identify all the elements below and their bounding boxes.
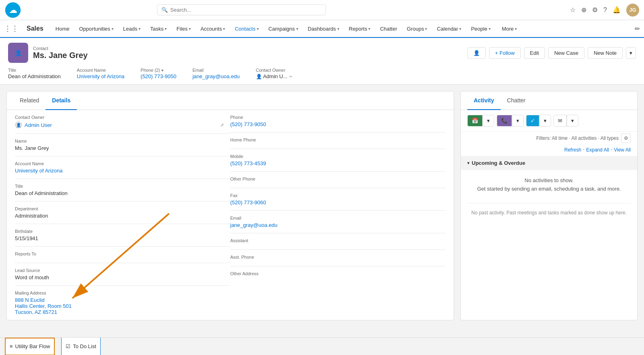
lookup-icon[interactable]: ⇗ (220, 122, 224, 128)
log-call-button[interactable]: 📞 (497, 115, 512, 126)
new-event-group: 📅 ▾ (467, 115, 494, 127)
header-account-field: Account Name University of Arizona (77, 68, 125, 79)
search-input[interactable] (170, 7, 322, 13)
favorites-icon[interactable]: ☆ (570, 6, 576, 14)
record-name: Ms. Jane Grey (33, 51, 88, 60)
log-call-dropdown[interactable]: ▾ (512, 115, 523, 126)
record-fields: Title Dean of Administration Account Nam… (8, 68, 636, 79)
filters-row: Filters: All time · All activities · All… (461, 132, 637, 146)
nav-item-chatter[interactable]: Chatter (376, 20, 401, 37)
field-other-address-label: Other Address (230, 271, 439, 276)
record-icon: 👤 (8, 43, 28, 63)
nav-item-groups[interactable]: Groups ▾ (403, 20, 431, 37)
send-email-button[interactable]: ✉ (554, 115, 567, 126)
field-lead-source-value: Word of mouth (15, 274, 224, 280)
phone-field-value[interactable]: (520) 773-9050 (140, 73, 176, 79)
nav-edit-icon[interactable]: ✏ (635, 25, 640, 33)
get-started-text: Get started by sending an email, schedul… (467, 185, 631, 193)
app-launcher-icon[interactable]: ⋮⋮ (4, 24, 19, 33)
salesforce-logo[interactable]: ☁ (5, 2, 21, 18)
tab-chatter[interactable]: Chatter (501, 91, 532, 110)
new-note-button[interactable]: New Note (588, 47, 623, 59)
nav-item-home[interactable]: Home (52, 20, 74, 37)
activity-links: Refresh • Expand All • View All (461, 146, 637, 156)
upcoming-header[interactable]: ▾ Upcoming & Overdue (461, 156, 637, 170)
activity-panel: Activity Chatter 📅 ▾ 📞 ▾ ✓ ▾ (460, 91, 638, 320)
add-icon[interactable]: ⊕ (581, 6, 586, 14)
user-icon: 👤 (15, 121, 22, 129)
field-phone-value[interactable]: (520) 773-9050 (230, 121, 439, 127)
new-case-button[interactable]: New Case (548, 47, 584, 59)
expand-all-link[interactable]: Expand All (586, 147, 609, 153)
field-name: Name Ms. Jane Grey ✏ (15, 134, 230, 156)
new-event-dropdown[interactable]: ▾ (483, 115, 494, 126)
filters-text: Filters: All time · All activities · All… (536, 135, 619, 141)
tab-related[interactable]: Related (13, 91, 45, 110)
notifications-icon[interactable]: 🔔 (613, 6, 621, 14)
field-title-value: Dean of Administration (15, 190, 224, 196)
view-all-link[interactable]: View All (614, 147, 631, 153)
field-account-name-value[interactable]: University of Arizona (15, 168, 224, 174)
header-email-field: Email jane_gray@uoa.edu (192, 68, 239, 79)
edit-button[interactable]: Edit (524, 47, 545, 59)
owner-edit-icon[interactable]: ✏ (289, 74, 293, 79)
follow-button[interactable]: + Follow (489, 47, 521, 59)
field-email-label: Email (230, 216, 439, 220)
field-fax-value[interactable]: (520) 773-9060 (230, 199, 439, 206)
change-owner-button[interactable]: 👤 (467, 47, 486, 59)
nav-item-people[interactable]: People ▾ (467, 20, 494, 37)
no-activities-text: No activities to show. (467, 176, 631, 185)
nav-item-more[interactable]: More ▾ (498, 20, 521, 37)
nav-item-contacts[interactable]: Contacts ▾ (231, 20, 262, 38)
send-email-dropdown[interactable]: ▾ (567, 115, 578, 126)
field-mobile: Mobile (520) 773-4539 ✏ (230, 149, 446, 172)
field-email-value[interactable]: jane_gray@uoa.edu (230, 222, 439, 228)
search-bar[interactable]: 🔍 (157, 4, 326, 15)
field-birthdate-value: 5/15/1941 (15, 235, 224, 241)
account-field-value[interactable]: University of Arizona (77, 73, 125, 79)
task-icon: ✓ (530, 118, 535, 124)
field-reports-to: Reports To ✏ (15, 247, 230, 263)
field-birthdate-label: Birthdate (15, 229, 224, 234)
nav-item-tasks[interactable]: Tasks ▾ (146, 20, 171, 37)
field-account-name: Account Name University of Arizona ✏ (15, 156, 230, 179)
detail-panel: Related Details Contact Owner 👤 Admin Us… (6, 91, 454, 320)
form-left-column: Contact Owner 👤 Admin User ⇗ ✏ Name Ms. … (15, 110, 230, 320)
field-phone: Phone (520) 773-9050 ✏ (230, 110, 446, 133)
nav-item-accounts[interactable]: Accounts ▾ (196, 20, 229, 37)
nav-item-calendar[interactable]: Calendar ▾ (433, 20, 465, 37)
tab-activity[interactable]: Activity (467, 91, 501, 110)
refresh-link[interactable]: Refresh (564, 147, 581, 153)
field-department: Department Administration ✏ (15, 201, 230, 224)
filters-gear-button[interactable]: ⚙ (621, 133, 631, 143)
field-mobile-value[interactable]: (520) 773-4539 (230, 160, 439, 166)
email-field-label: Email (192, 68, 239, 73)
field-assistant-label: Assistant (230, 238, 439, 243)
form-section: Contact Owner 👤 Admin User ⇗ ✏ Name Ms. … (15, 110, 446, 320)
nav-bar: ⋮⋮ Sales Home Opportunities ▾ Leads ▾ Ta… (0, 20, 644, 38)
help-icon[interactable]: ? (603, 6, 607, 14)
nav-item-opportunities[interactable]: Opportunities ▾ (75, 20, 118, 37)
field-lead-source-label: Lead Source (15, 268, 224, 273)
nav-item-campaigns[interactable]: Campaigns ▾ (264, 20, 302, 37)
field-mailing-address-label: Mailing Address (15, 291, 224, 295)
field-contact-owner-label: Contact Owner (15, 115, 224, 120)
setup-icon[interactable]: ⚙ (592, 6, 598, 14)
search-icon: 🔍 (161, 7, 168, 13)
nav-item-dashboards[interactable]: Dashboards ▾ (304, 20, 343, 37)
new-task-dropdown[interactable]: ▾ (539, 115, 551, 126)
new-task-button[interactable]: ✓ (526, 115, 539, 126)
field-other-phone: Other Phone ✏ (230, 172, 446, 188)
log-call-group: 📞 ▾ (497, 115, 524, 127)
tab-details[interactable]: Details (45, 91, 77, 110)
title-field-label: Title (8, 68, 61, 73)
new-event-button[interactable]: 📅 (468, 115, 483, 126)
nav-item-leads[interactable]: Leads ▾ (119, 20, 144, 37)
more-actions-button[interactable]: ▾ (626, 47, 636, 59)
nav-item-files[interactable]: Files ▾ (172, 20, 194, 37)
nav-item-reports[interactable]: Reports ▾ (345, 20, 375, 37)
user-avatar[interactable]: JG (626, 4, 639, 17)
email-field-value[interactable]: jane_gray@uoa.edu (192, 73, 239, 79)
past-activity-text: No past activity. Past meetings and task… (467, 203, 631, 222)
phone-field-label: Phone (2) ▾ (140, 68, 176, 73)
